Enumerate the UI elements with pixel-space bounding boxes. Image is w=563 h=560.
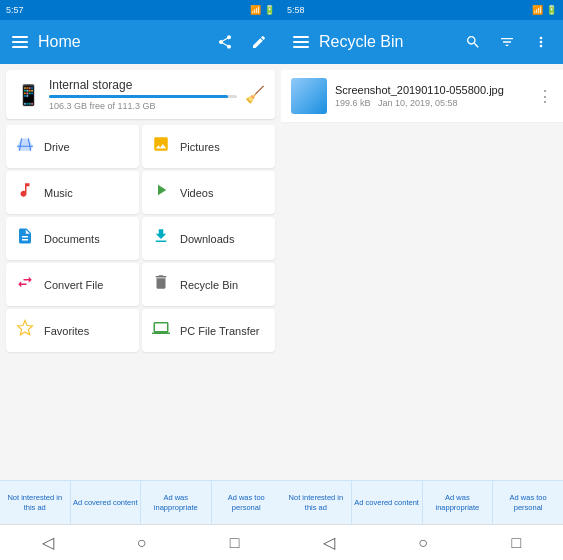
- videos-icon: [150, 181, 172, 204]
- share-button[interactable]: [211, 28, 239, 56]
- spacer-right: [281, 123, 563, 480]
- status-time-left: 5:57: [6, 5, 24, 15]
- edit-button[interactable]: [245, 28, 273, 56]
- ad-bar-left: Not interested in this ad Ad covered con…: [0, 480, 281, 524]
- storage-bar: [49, 95, 237, 98]
- toolbar-right: Recycle Bin: [281, 20, 563, 64]
- convert-icon: [14, 273, 36, 296]
- back-button-left[interactable]: ◁: [36, 527, 60, 558]
- toolbar-title-right: Recycle Bin: [319, 33, 453, 51]
- grid-item-pictures[interactable]: Pictures: [142, 125, 275, 168]
- file-info: 199.6 kB Jan 10, 2019, 05:58: [335, 98, 529, 108]
- back-button-right[interactable]: ◁: [317, 527, 341, 558]
- file-meta: Screenshot_20190110-055800.jpg 199.6 kB …: [335, 84, 529, 108]
- favorites-icon: [14, 319, 36, 342]
- menu-button-right[interactable]: [289, 32, 313, 52]
- pictures-label: Pictures: [180, 141, 220, 153]
- ad-item-right-1[interactable]: Ad covered content: [352, 481, 423, 524]
- grid-item-downloads[interactable]: Downloads: [142, 217, 275, 260]
- right-panel: 5:58 📶 🔋 Recycle Bin: [281, 0, 563, 560]
- ad-item-right-3[interactable]: Ad was too personal: [493, 481, 563, 524]
- nav-bar-right: ◁ ○ □: [281, 524, 563, 560]
- storage-bar-fill: [49, 95, 228, 98]
- clean-storage-button[interactable]: 🧹: [245, 85, 265, 104]
- grid-item-documents[interactable]: Documents: [6, 217, 139, 260]
- status-icons-left: 📶 🔋: [250, 5, 275, 15]
- grid-item-recycle[interactable]: Recycle Bin: [142, 263, 275, 306]
- storage-card[interactable]: 📱 Internal storage 106.3 GB free of 111.…: [6, 70, 275, 119]
- storage-title: Internal storage: [49, 78, 237, 92]
- menu-button[interactable]: [8, 32, 32, 52]
- status-bar-right: 5:58 📶 🔋: [281, 0, 563, 20]
- recycle-label: Recycle Bin: [180, 279, 238, 291]
- videos-label: Videos: [180, 187, 213, 199]
- ad-item-0[interactable]: Not interested in this ad: [0, 481, 71, 524]
- file-thumb-inner: [291, 78, 327, 114]
- home-button-right[interactable]: ○: [412, 528, 434, 558]
- downloads-icon: [150, 227, 172, 250]
- file-date: Jan 10, 2019, 05:58: [378, 98, 458, 108]
- grid-item-drive[interactable]: Drive: [6, 125, 139, 168]
- file-thumbnail: [291, 78, 327, 114]
- grid-item-music[interactable]: Music: [6, 171, 139, 214]
- search-button[interactable]: [459, 28, 487, 56]
- filter-button[interactable]: [493, 28, 521, 56]
- status-icons-right-text: 📶 🔋: [532, 5, 557, 15]
- ad-item-right-0[interactable]: Not interested in this ad: [281, 481, 352, 524]
- spacer-left: [0, 355, 281, 480]
- convert-label: Convert File: [44, 279, 103, 291]
- music-icon: [14, 181, 36, 204]
- ad-bar-right: Not interested in this ad Ad covered con…: [281, 480, 563, 524]
- music-label: Music: [44, 187, 73, 199]
- grid-item-convert[interactable]: Convert File: [6, 263, 139, 306]
- ad-item-2[interactable]: Ad was inappropriate: [141, 481, 212, 524]
- pc-icon: [150, 319, 172, 342]
- recents-button-right[interactable]: □: [506, 528, 528, 558]
- pc-label: PC File Transfer: [180, 325, 259, 337]
- nav-bar-left: ◁ ○ □: [0, 524, 281, 560]
- grid-item-favorites[interactable]: Favorites: [6, 309, 139, 352]
- left-panel: 5:57 📶 🔋 Home 📱 Internal storage: [0, 0, 281, 560]
- recents-button-left[interactable]: □: [224, 528, 246, 558]
- storage-info: Internal storage 106.3 GB free of 111.3 …: [49, 78, 237, 111]
- file-name: Screenshot_20190110-055800.jpg: [335, 84, 529, 96]
- more-button-right[interactable]: [527, 28, 555, 56]
- storage-device-icon: 📱: [16, 83, 41, 107]
- grid-item-videos[interactable]: Videos: [142, 171, 275, 214]
- time-left: 5:57: [6, 5, 24, 15]
- favorites-label: Favorites: [44, 325, 89, 337]
- status-icons-right: 📶 🔋: [532, 5, 557, 15]
- drive-label: Drive: [44, 141, 70, 153]
- ad-item-1[interactable]: Ad covered content: [71, 481, 142, 524]
- file-more-button[interactable]: ⋮: [537, 87, 553, 106]
- storage-detail: 106.3 GB free of 111.3 GB: [49, 101, 237, 111]
- file-list: Screenshot_20190110-055800.jpg 199.6 kB …: [281, 70, 563, 123]
- downloads-label: Downloads: [180, 233, 234, 245]
- ad-item-3[interactable]: Ad was too personal: [212, 481, 282, 524]
- grid-item-pc[interactable]: PC File Transfer: [142, 309, 275, 352]
- documents-icon: [14, 227, 36, 250]
- ad-item-right-2[interactable]: Ad was inappropriate: [423, 481, 494, 524]
- recycle-icon: [150, 273, 172, 296]
- status-bar-left: 5:57 📶 🔋: [0, 0, 281, 20]
- documents-label: Documents: [44, 233, 100, 245]
- toolbar-left: Home: [0, 20, 281, 64]
- status-time-right: 5:58: [287, 5, 305, 15]
- home-grid: Drive Pictures Music: [0, 122, 281, 355]
- drive-icon: [14, 135, 36, 158]
- home-button-left[interactable]: ○: [131, 528, 153, 558]
- pictures-icon: [150, 135, 172, 158]
- toolbar-title-left: Home: [38, 33, 205, 51]
- file-item-0[interactable]: Screenshot_20190110-055800.jpg 199.6 kB …: [281, 70, 563, 123]
- file-size: 199.6 kB: [335, 98, 371, 108]
- time-right: 5:58: [287, 5, 305, 15]
- status-icons-text: 📶 🔋: [250, 5, 275, 15]
